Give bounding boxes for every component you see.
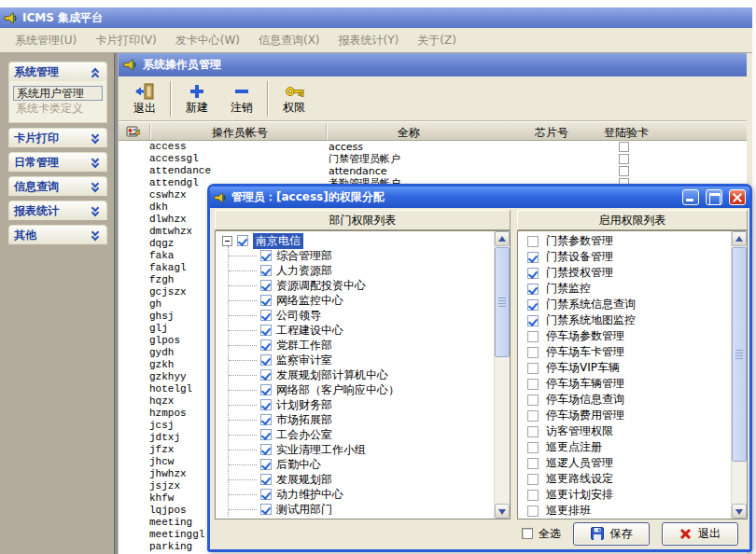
checkbox-checked[interactable] [260,444,272,455]
tree-item[interactable]: 工会办公室 [216,427,494,442]
sidebar-group-header[interactable]: 其他 [8,225,107,244]
checkbox-unchecked[interactable] [527,506,539,517]
column-header-fullname[interactable]: 全称 [343,125,474,141]
checkbox-checked[interactable] [260,399,272,410]
sidebar-group-header[interactable]: 日常管理 [8,152,107,172]
sidebar-group-header[interactable]: 卡片打印 [8,128,107,147]
tree-scrollbar[interactable] [494,231,510,519]
tree-item[interactable]: 动力维护中心 [216,487,494,502]
tree-item[interactable]: 监察审计室 [216,353,494,367]
checkbox-unchecked[interactable] [527,331,539,342]
checkbox-checked[interactable] [260,310,272,321]
dialog-titlebar[interactable]: 管理员：[access]的权限分配 [210,187,749,208]
checkbox-unchecked[interactable] [527,490,539,501]
checkbox-checked[interactable] [260,429,272,440]
checkbox-checked[interactable] [260,265,272,276]
tree-item[interactable]: 网络部（客户响应中心） [216,382,494,397]
permission-item[interactable]: 停车场费用管理 [518,408,731,423]
permission-item[interactable]: 停车场VIP车辆 [518,360,731,376]
checkbox-unchecked[interactable] [527,426,539,437]
sidebar-item[interactable]: 系统卡类定义 [13,102,103,117]
permission-item[interactable]: 门禁设备管理 [518,249,731,265]
checkbox-checked[interactable] [527,284,539,295]
menu-item[interactable]: 报表统计(Y) [329,33,409,48]
tree-item[interactable]: 市场拓展部 [216,412,494,427]
permission-item[interactable]: 门禁系统信息查询 [518,297,731,312]
checkbox-checked[interactable] [260,384,272,395]
close-button[interactable] [729,189,746,205]
tree-item[interactable]: 公司领导 [216,308,494,323]
permission-item[interactable]: 停车场信息查询 [518,392,731,408]
column-header-verify[interactable]: 登陆验卡 [587,125,665,141]
table-row[interactable]: attendanceattendance [119,165,747,177]
permission-item[interactable]: 访客管理权限 [518,423,731,439]
maximize-button[interactable] [706,189,722,205]
checkbox-checked[interactable] [260,414,272,425]
tree-item[interactable]: 综合管理部 [216,248,494,263]
sidebar-group-header[interactable]: 报表统计 [8,201,107,220]
checkbox-unchecked[interactable] [527,379,539,390]
sidebar-item[interactable]: 系统用户管理 [13,86,103,101]
menu-item[interactable]: 发卡中心(W) [166,33,249,48]
checkbox-checked[interactable] [260,325,272,336]
collapse-icon[interactable] [222,236,232,246]
tree-item[interactable]: 发展规划部 [216,472,494,487]
tree-item[interactable]: 发展规划部计算机中心 [216,367,494,382]
checkbox-unchecked[interactable] [527,442,539,453]
checkbox-unchecked[interactable] [527,363,539,374]
scroll-up-button[interactable] [732,231,747,246]
scroll-thumb[interactable] [495,247,510,357]
minimize-button[interactable] [682,189,699,205]
checkbox-checked[interactable] [527,252,539,263]
scroll-down-button[interactable] [732,504,747,519]
new-button[interactable]: 新建 [175,78,219,119]
checkbox-checked[interactable] [527,268,539,279]
inner-window-titlebar[interactable]: 系统操作员管理 [119,53,747,76]
checkbox-checked[interactable] [260,369,272,381]
permission-item[interactable]: 停车场车卡管理 [518,344,731,360]
checkbox-unchecked[interactable] [527,347,539,358]
exit-button[interactable]: 退出 [122,78,167,119]
checkbox-checked[interactable] [260,250,272,261]
permission-item[interactable]: 巡逻人员管理 [518,455,731,471]
checkbox-unchecked[interactable] [527,395,539,406]
checkbox-checked[interactable] [527,315,539,326]
checkbox-checked[interactable] [260,354,272,366]
checkbox-checked[interactable] [260,459,272,470]
checkbox-checked[interactable] [260,489,272,500]
verify-checkbox[interactable] [619,166,629,176]
checkbox-checked[interactable] [527,299,539,311]
sidebar-group-header[interactable]: 信息查询 [8,176,107,196]
table-row[interactable]: accessgl门禁管理员帐户 [119,153,747,165]
verify-checkbox[interactable] [619,154,629,164]
tree-item[interactable]: 网络监控中心 [216,293,494,308]
select-all-checkbox[interactable] [522,528,533,539]
select-all[interactable]: 全选 [522,526,561,542]
column-header-account[interactable]: 操作员帐号 [175,125,305,141]
tree-item[interactable]: 人力资源部 [216,263,494,278]
menu-item[interactable]: 卡片打印(V) [86,33,166,48]
menu-item[interactable]: 系统管理(U) [6,33,86,48]
checkbox-unchecked[interactable] [527,458,539,469]
tree-item[interactable]: 测试用部门 [216,502,494,517]
verify-checkbox[interactable] [619,142,629,152]
permission-item[interactable]: 巡更计划安排 [518,487,731,503]
permission-item[interactable]: 停车场参数管理 [518,328,731,344]
checkbox-checked[interactable] [260,339,272,351]
tree-root[interactable]: 南京电信 [216,233,494,248]
permission-item[interactable]: 门禁监控 [518,281,731,297]
tree-item[interactable]: 资源调配投资中心 [216,278,494,293]
tree-item[interactable]: 实业清理工作小组 [216,442,494,457]
permission-item[interactable]: 巡更点注册 [518,439,731,455]
tree-item[interactable]: 党群工作部 [216,338,494,353]
menu-item[interactable]: 关于(Z) [408,33,466,48]
scroll-up-button[interactable] [495,231,510,246]
permission-item[interactable]: 门禁系统地图监控 [518,312,731,328]
permission-item[interactable]: 巡更路线设定 [518,471,731,487]
menu-item[interactable]: 信息查询(X) [249,33,329,48]
save-button[interactable]: 保存 [573,522,650,546]
permission-item[interactable]: 巡更排班 [518,503,731,519]
checkbox-checked[interactable] [260,504,272,515]
checkbox-checked[interactable] [260,474,272,485]
scroll-down-button[interactable] [495,504,510,519]
